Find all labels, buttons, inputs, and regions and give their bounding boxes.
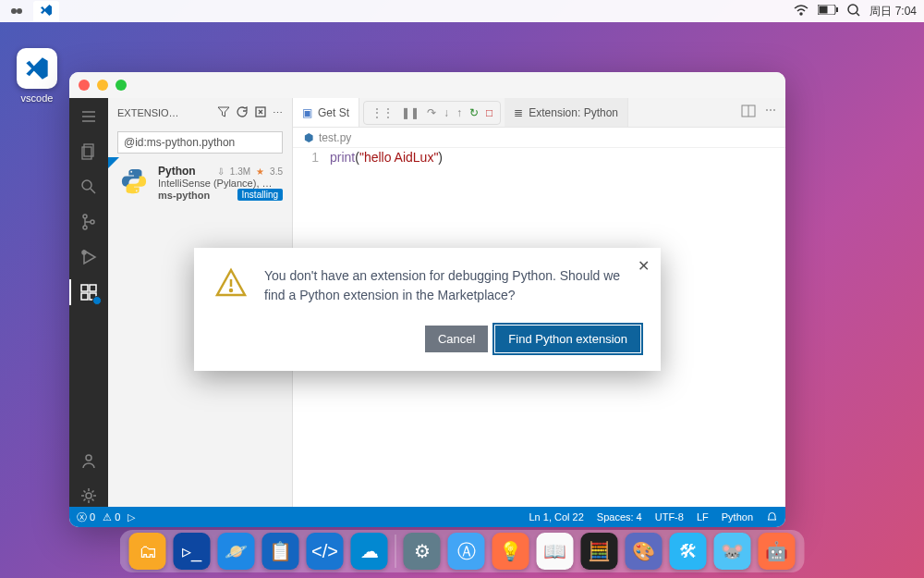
- dock-terminal-icon[interactable]: ▹_: [174, 533, 211, 570]
- wifi-icon[interactable]: [794, 5, 808, 18]
- drag-handle-icon[interactable]: ⋮⋮: [371, 106, 394, 119]
- star-icon: ★: [256, 166, 264, 177]
- source-control-icon[interactable]: [78, 211, 100, 233]
- dock-browser-icon[interactable]: 🪐: [218, 533, 255, 570]
- window-close-button[interactable]: [79, 80, 90, 91]
- run-debug-icon[interactable]: [78, 246, 100, 268]
- activity-bar: [69, 98, 108, 507]
- warning-icon: [214, 266, 248, 305]
- window-minimize-button[interactable]: [97, 80, 108, 91]
- svg-rect-19: [81, 285, 88, 291]
- filter-icon[interactable]: [217, 105, 230, 120]
- svg-point-16: [83, 226, 87, 229]
- status-language[interactable]: Python: [722, 511, 753, 523]
- extensions-icon[interactable]: [78, 281, 100, 303]
- svg-point-6: [848, 5, 857, 14]
- dock-cloud-icon[interactable]: ☁: [351, 533, 388, 570]
- refresh-icon[interactable]: [236, 105, 249, 120]
- dock-assistant-icon[interactable]: 🤖: [759, 533, 796, 570]
- svg-rect-5: [836, 7, 838, 12]
- svg-point-31: [230, 289, 232, 291]
- dock-files-icon[interactable]: 🗂: [129, 533, 166, 570]
- svg-rect-21: [81, 293, 88, 300]
- stop-icon[interactable]: □: [486, 106, 492, 119]
- status-encoding[interactable]: UTF-8: [655, 511, 684, 523]
- extension-publisher: ms-python: [158, 190, 210, 201]
- book-icon: ▣: [302, 106, 312, 119]
- breadcrumb[interactable]: ⬢ test.py: [293, 128, 785, 148]
- status-warnings[interactable]: ⚠ 0: [103, 511, 120, 523]
- find-python-extension-button[interactable]: Find Python extension: [495, 326, 640, 352]
- status-eol[interactable]: LF: [697, 511, 709, 523]
- extension-status-badge: Installing: [237, 189, 283, 201]
- status-bar: ⓧ 0 ⚠ 0 ▷ Ln 1, Col 22 Spaces: 4 UTF-8 L…: [69, 507, 785, 527]
- settings-gear-icon[interactable]: [78, 485, 100, 507]
- pause-icon[interactable]: ❚❚: [401, 106, 419, 119]
- recommended-ribbon-icon: [108, 157, 119, 168]
- app-menu-icon[interactable]: [7, 2, 26, 20]
- dock-tools-icon[interactable]: 🛠: [670, 533, 707, 570]
- svg-rect-4: [820, 6, 828, 14]
- run-indicator-icon[interactable]: ▷: [128, 511, 135, 523]
- clear-icon[interactable]: [254, 105, 267, 120]
- battery-icon[interactable]: [818, 5, 838, 18]
- dock-calculator-icon[interactable]: 🧮: [581, 533, 618, 570]
- tab-get-started[interactable]: ▣ Get St: [293, 98, 359, 127]
- window-maximize-button[interactable]: [116, 80, 127, 91]
- desktop-icon-label: vscode: [17, 92, 57, 104]
- more-actions-icon[interactable]: ⋯: [765, 104, 776, 121]
- svg-point-0: [11, 8, 17, 14]
- step-out-icon[interactable]: ↑: [456, 106, 462, 119]
- extension-downloads: 1.3M: [230, 166, 250, 177]
- more-icon[interactable]: ⋯: [273, 107, 283, 119]
- dock-chat-icon[interactable]: 🐭: [714, 533, 751, 570]
- svg-rect-20: [90, 285, 96, 291]
- svg-point-17: [91, 220, 94, 224]
- clock-text[interactable]: 周日 7:04: [869, 4, 917, 19]
- dock-light-icon[interactable]: 💡: [492, 533, 529, 570]
- extension-search-input[interactable]: @id:ms-python.python: [117, 131, 283, 154]
- tab-extension-python[interactable]: ≣ Extension: Python: [505, 98, 628, 127]
- vscode-window: EXTENSIO… ⋯ @id:ms-python.python Python …: [69, 72, 785, 527]
- svg-point-23: [86, 455, 91, 461]
- dialog-close-button[interactable]: ✕: [638, 257, 650, 275]
- dock: 🗂 ▹_ 🪐 📋 </> ☁ ⚙ Ⓐ 💡 📖 🧮 🎨 🛠 🐭 🤖: [120, 530, 805, 572]
- restart-icon[interactable]: ↻: [469, 106, 479, 119]
- debug-toolbar[interactable]: ⋮⋮ ❚❚ ↷ ↓ ↑ ↻ □: [363, 101, 501, 125]
- step-into-icon[interactable]: ↓: [444, 106, 449, 119]
- accounts-icon[interactable]: [78, 449, 100, 472]
- svg-line-7: [857, 13, 859, 16]
- dock-settings-icon[interactable]: ⚙: [404, 533, 441, 570]
- dock-notes-icon[interactable]: 📋: [262, 533, 299, 570]
- window-titlebar[interactable]: [69, 72, 785, 98]
- dialog-message: You don't have an extension for debuggin…: [264, 266, 640, 305]
- desktop-vscode-shortcut[interactable]: vscode: [17, 48, 57, 104]
- cancel-button[interactable]: Cancel: [425, 326, 488, 352]
- dock-design-icon[interactable]: 🎨: [626, 533, 663, 570]
- svg-line-14: [91, 189, 95, 193]
- split-editor-icon[interactable]: [741, 104, 756, 121]
- extension-list-item[interactable]: Python ⇩1.3M ★3.5 IntelliSense (Pylance)…: [108, 157, 292, 208]
- vscode-icon: [17, 48, 57, 89]
- taskbar-vscode-tab[interactable]: [33, 1, 59, 22]
- svg-point-15: [83, 215, 87, 218]
- system-topbar: 周日 7:04: [0, 0, 924, 22]
- update-badge-icon: [92, 296, 102, 305]
- debug-extension-dialog: ✕ You don't have an extension for debugg…: [194, 248, 661, 371]
- dock-separator: [395, 535, 396, 568]
- search-icon[interactable]: [847, 4, 860, 19]
- search-activity-icon[interactable]: [78, 176, 100, 198]
- status-errors[interactable]: ⓧ 0: [77, 510, 95, 524]
- dock-store-icon[interactable]: Ⓐ: [448, 533, 485, 570]
- extension-description: IntelliSense (Pylance), …: [158, 178, 283, 189]
- svg-point-24: [86, 493, 91, 498]
- dock-docs-icon[interactable]: 📖: [537, 533, 574, 570]
- explorer-icon[interactable]: [78, 141, 100, 163]
- step-over-icon[interactable]: ↷: [427, 106, 436, 119]
- status-spaces[interactable]: Spaces: 4: [597, 511, 642, 523]
- dock-code-icon[interactable]: </>: [307, 533, 344, 570]
- menu-icon[interactable]: [78, 105, 100, 128]
- bell-icon[interactable]: [766, 510, 778, 524]
- python-logo-icon: [117, 165, 151, 198]
- status-ln-col[interactable]: Ln 1, Col 22: [529, 511, 583, 523]
